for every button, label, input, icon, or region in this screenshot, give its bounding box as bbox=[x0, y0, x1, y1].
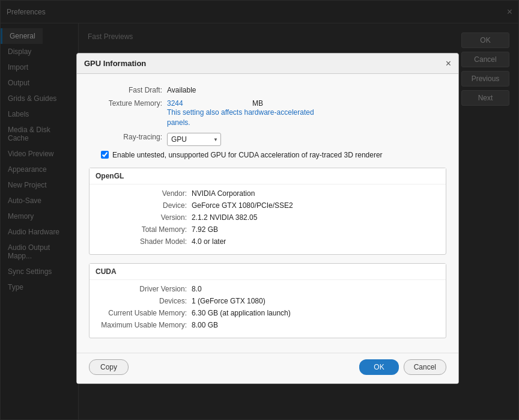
current-usable-memory-label: Current Usable Memory: bbox=[96, 309, 192, 317]
maximum-usable-memory-label: Maximum Usable Memory: bbox=[96, 321, 192, 329]
ray-tracing-label: Ray-tracing: bbox=[89, 133, 167, 141]
devices-label: Devices: bbox=[96, 297, 192, 305]
vendor-value: NVIDIA Corporation bbox=[192, 189, 255, 198]
device-label: Device: bbox=[96, 201, 192, 210]
total-memory-value: 7.92 GB bbox=[192, 225, 218, 234]
opengl-title: OpenGL bbox=[90, 168, 446, 184]
opengl-content: Vendor: NVIDIA Corporation Device: GeFor… bbox=[90, 184, 446, 254]
cuda-checkbox-row[interactable]: Enable untested, unsupported GPU for CUD… bbox=[101, 151, 446, 159]
maximum-usable-memory-value: 8.00 GB bbox=[192, 321, 218, 329]
vendor-row: Vendor: NVIDIA Corporation bbox=[96, 189, 440, 198]
modal-close-button[interactable]: × bbox=[446, 59, 451, 68]
ray-tracing-select-wrapper[interactable]: GPU CPU Off bbox=[167, 133, 221, 146]
texture-memory-label: Texture Memory: bbox=[89, 99, 167, 108]
fast-draft-value: Available bbox=[167, 86, 446, 94]
driver-version-label: Driver Version: bbox=[96, 285, 192, 293]
footer-right-buttons: OK Cancel bbox=[359, 359, 446, 375]
gpu-information-modal: GPU Information × Fast Draft: Available … bbox=[76, 53, 459, 384]
cuda-title: CUDA bbox=[90, 264, 446, 279]
device-row: Device: GeForce GTX 1080/PCIe/SSE2 bbox=[96, 201, 440, 210]
fast-draft-row: Fast Draft: Available bbox=[89, 86, 446, 94]
modal-title: GPU Information bbox=[84, 59, 146, 68]
modal-body: Fast Draft: Available Texture Memory: 32… bbox=[77, 74, 458, 353]
fast-draft-label: Fast Draft: bbox=[89, 86, 167, 94]
opengl-section: OpenGL Vendor: NVIDIA Corporation Device… bbox=[89, 168, 446, 255]
driver-version-value: 8.0 bbox=[192, 285, 202, 293]
shader-model-row: Shader Model: 4.0 or later bbox=[96, 237, 440, 246]
ray-tracing-select[interactable]: GPU CPU Off bbox=[167, 133, 221, 146]
cuda-checkbox-label: Enable untested, unsupported GPU for CUD… bbox=[112, 151, 383, 159]
driver-version-row: Driver Version: 8.0 bbox=[96, 285, 440, 293]
version-value: 2.1.2 NVIDIA 382.05 bbox=[192, 213, 257, 222]
version-label: Version: bbox=[96, 213, 192, 222]
texture-memory-unit: MB bbox=[252, 99, 335, 108]
device-value: GeForce GTX 1080/PCIe/SSE2 bbox=[192, 201, 293, 210]
total-memory-label: Total Memory: bbox=[96, 225, 192, 234]
total-memory-row: Total Memory: 7.92 GB bbox=[96, 225, 440, 234]
ray-tracing-row: Ray-tracing: GPU CPU Off bbox=[89, 133, 446, 146]
current-usable-memory-value: 6.30 GB (at application launch) bbox=[192, 309, 291, 317]
modal-cancel-button[interactable]: Cancel bbox=[404, 359, 446, 375]
cuda-section: CUDA Driver Version: 8.0 Devices: 1 (GeF… bbox=[89, 263, 446, 338]
shader-model-label: Shader Model: bbox=[96, 237, 192, 246]
cuda-checkbox[interactable] bbox=[101, 151, 109, 159]
modal-footer: Copy OK Cancel bbox=[77, 353, 458, 383]
version-row: Version: 2.1.2 NVIDIA 382.05 bbox=[96, 213, 440, 222]
shader-model-value: 4.0 or later bbox=[192, 237, 226, 246]
modal-titlebar: GPU Information × bbox=[77, 53, 458, 74]
maximum-usable-memory-row: Maximum Usable Memory: 8.00 GB bbox=[96, 321, 440, 329]
current-usable-memory-row: Current Usable Memory: 6.30 GB (at appli… bbox=[96, 309, 440, 317]
devices-value: 1 (GeForce GTX 1080) bbox=[192, 297, 266, 305]
modal-ok-button[interactable]: OK bbox=[359, 359, 398, 375]
cuda-content: Driver Version: 8.0 Devices: 1 (GeForce … bbox=[90, 279, 446, 338]
copy-button[interactable]: Copy bbox=[89, 359, 129, 375]
texture-memory-note: This setting also affects hardware-accel… bbox=[167, 108, 335, 128]
texture-memory-row: Texture Memory: 3244 MB This setting als… bbox=[89, 99, 446, 128]
texture-memory-value: 3244 bbox=[167, 99, 250, 108]
vendor-label: Vendor: bbox=[96, 189, 192, 198]
devices-row: Devices: 1 (GeForce GTX 1080) bbox=[96, 297, 440, 305]
